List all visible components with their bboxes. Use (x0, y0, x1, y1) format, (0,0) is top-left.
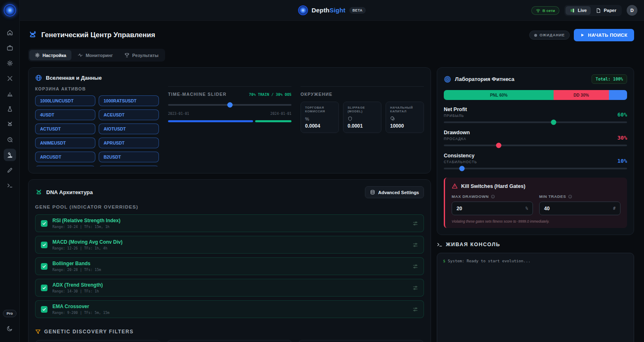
advanced-settings-button[interactable]: Advanced Settings (365, 186, 424, 198)
sidebar-item-genetics[interactable] (4, 118, 16, 131)
tab-results-label: Результаты (132, 53, 158, 58)
env-card-commission: ТОРГОВАЯ КОМИССИЯ % 0.0004 (301, 102, 339, 133)
sidebar-item-strategies[interactable] (4, 72, 16, 85)
gene-row-ema[interactable]: EMA Crossover Range: 9-200 | TFs: 5m, 15… (35, 300, 424, 318)
content: Генетический Центр Управления ОЖИДАНИЕ Н… (20, 21, 644, 342)
funnel-icon (35, 329, 41, 335)
user-avatar[interactable]: D (627, 5, 637, 16)
app-logo[interactable] (0, 0, 19, 21)
pulse-icon (78, 52, 83, 58)
candles-icon (570, 8, 575, 13)
sidebar-item-bot[interactable] (4, 133, 16, 146)
bot-clock-icon (7, 136, 13, 143)
pencil-icon (7, 167, 13, 173)
filter-card-correlation: CORRELATION LIMIT 0.70 (35, 340, 161, 342)
asset-button[interactable]: 4USDT (35, 109, 95, 120)
sidebar-item-lab[interactable] (4, 103, 16, 115)
tune-icon[interactable] (412, 221, 418, 226)
max-drawdown-input[interactable]: 20 % (452, 202, 533, 215)
kill-switches-title: Kill Switches (Hard Gates) (461, 183, 526, 189)
asset-button[interactable]: 1000LUNCUSDT (35, 95, 95, 106)
gene-checkbox[interactable] (41, 220, 47, 227)
left-column: Вселенная и Данные КОРЗИНА АКТИВОВ 1000L… (28, 67, 431, 342)
gene-checkbox[interactable] (41, 285, 47, 291)
train-oos-split-label: 70% TRAIN / 30% OOS (249, 93, 291, 97)
asset-button-partial[interactable] (99, 166, 159, 166)
asset-basket: КОРЗИНА АКТИВОВ 1000LUNCUSDT 1000RATSUSD… (35, 86, 159, 166)
fitness-title: Лаборатория Фитнеса (455, 76, 514, 82)
page-header: Генетический Центр Управления ОЖИДАНИЕ Н… (28, 29, 634, 41)
drawdown-slider[interactable] (444, 145, 627, 146)
gene-checkbox[interactable] (41, 306, 47, 313)
time-machine-section: TIME-MACHINE SLIDER 70% TRAIN / 30% OOS (168, 86, 291, 166)
asset-button[interactable]: APRUSDT (99, 138, 159, 148)
sidebar-item-portfolio[interactable] (4, 42, 16, 54)
asset-button[interactable]: ACTUSDT (35, 124, 95, 134)
gene-checkbox[interactable] (41, 242, 47, 248)
time-machine-track[interactable] (168, 104, 291, 106)
kill-switches-caption: Violating these gates sets fitness score… (452, 219, 620, 223)
gene-row-adx[interactable]: ADX (Trend Strength) Range: 14-30 | TFs:… (35, 279, 424, 297)
tab-settings[interactable]: Настройка (29, 50, 71, 60)
sidebar-item-settings[interactable] (4, 57, 16, 69)
gene-row-macd[interactable]: MACD (Moving Avg Conv Div) Range: 12-26 … (35, 236, 424, 254)
asset-button[interactable]: 1000RATSUSDT (99, 95, 159, 106)
net-profit-thumb[interactable] (551, 120, 556, 125)
commission-value: 0.0004 (305, 123, 334, 129)
fitness-panel: Лаборатория Фитнеса Total: 100% PNL 60% … (437, 67, 634, 235)
gene-row-bollinger[interactable]: Bollinger Bands Range: 20-28 | TFs: 15m (35, 257, 424, 275)
tab-results[interactable]: Результаты (119, 50, 163, 60)
sidebar-item-journal[interactable] (4, 164, 16, 176)
asset-button[interactable]: ANIMEUSDT (35, 138, 95, 148)
sidebar-item-analytics[interactable] (4, 88, 16, 100)
min-trades-field: MIN TRADES 40 # (539, 194, 620, 215)
asset-button-partial[interactable] (35, 166, 95, 166)
gene-checkbox[interactable] (41, 263, 47, 270)
asset-list[interactable]: 1000LUNCUSDT 1000RATSUSDT 4USDT ACEUSDT … (35, 95, 159, 166)
asset-button[interactable]: ACEUSDT (99, 109, 159, 120)
drawdown-thumb[interactable] (496, 143, 502, 148)
time-machine-thumb[interactable] (227, 102, 232, 108)
play-icon (580, 33, 585, 37)
consistency-slider[interactable] (444, 168, 627, 169)
sidebar-item-research[interactable] (4, 149, 16, 161)
pro-badge: Pro (3, 310, 17, 317)
min-trades-input[interactable]: 40 # (539, 202, 620, 215)
mode-live-label: Live (578, 8, 587, 13)
tune-icon[interactable] (412, 242, 418, 248)
mode-live-button[interactable]: Live (566, 6, 591, 15)
sidebar-item-terminal[interactable] (4, 179, 16, 192)
tune-icon[interactable] (412, 306, 418, 312)
dd-segment: DD 30% (554, 90, 608, 100)
info-icon (568, 195, 572, 199)
tune-icon[interactable] (412, 285, 418, 291)
tab-monitoring[interactable]: Мониторинг (72, 50, 118, 60)
status-dot-icon (534, 34, 537, 37)
app-root: Pro DepthSight BETA В сети (0, 0, 644, 342)
drawdown-value: 30% (618, 135, 627, 141)
trophy-icon (124, 52, 130, 58)
asset-button[interactable]: AIOTUSDT (99, 124, 159, 134)
asset-button[interactable]: B2USDT (99, 152, 159, 162)
total-badge: Total: 100% (592, 74, 627, 84)
sidebar-nav (4, 26, 16, 192)
consistency-thumb[interactable] (459, 166, 465, 171)
start-search-button[interactable]: НАЧАТЬ ПОИСК (574, 29, 634, 41)
environment-label: ОКРУЖЕНИЕ (301, 92, 424, 97)
tune-icon[interactable] (412, 264, 418, 269)
wifi-icon (536, 8, 540, 13)
theme-toggle[interactable] (3, 322, 16, 335)
console-output: $System: Ready to start evolution... (437, 253, 634, 342)
online-status-label: В сети (542, 8, 555, 13)
asset-button[interactable]: ARCUSDT (35, 152, 95, 162)
brand-logo-icon (298, 5, 308, 15)
net-profit-slider[interactable] (444, 121, 627, 123)
sidebar-item-home[interactable] (4, 26, 16, 39)
terminal-icon (437, 242, 443, 247)
tab-settings-label: Настройка (43, 53, 66, 58)
train-segment (168, 120, 253, 122)
gene-row-rsi[interactable]: RSI (Relative Strength Index) Range: 10-… (35, 214, 424, 232)
mode-paper-button[interactable]: Paper (592, 6, 620, 15)
time-machine-slider[interactable] (168, 104, 291, 106)
asset-basket-label: КОРЗИНА АКТИВОВ (35, 86, 159, 91)
